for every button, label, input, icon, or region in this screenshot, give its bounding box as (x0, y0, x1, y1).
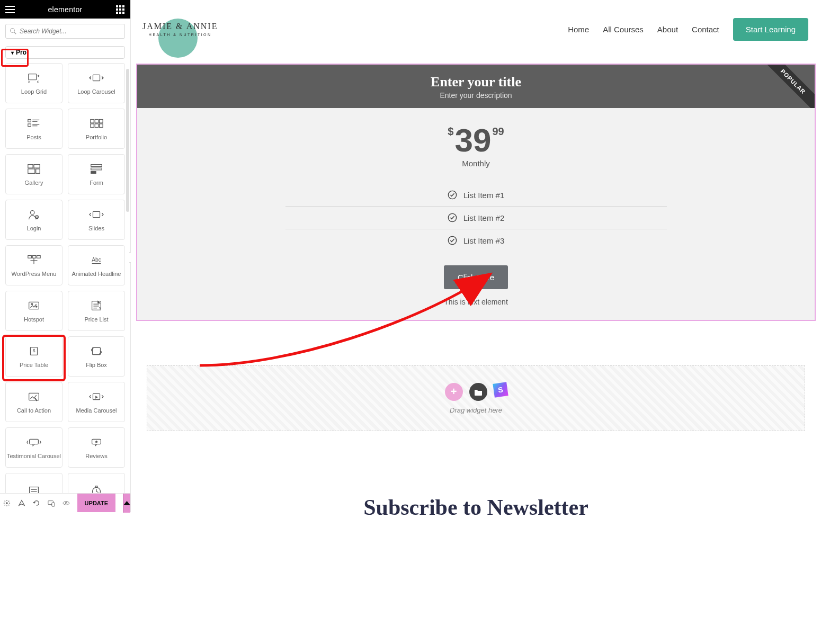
search-input[interactable] (20, 28, 120, 35)
svg-point-35 (30, 211, 34, 214)
history-icon[interactable] (33, 499, 40, 507)
svg-rect-29 (34, 165, 40, 168)
widget-extra-1[interactable] (5, 473, 63, 493)
svg-rect-61 (30, 487, 39, 493)
widget-gallery[interactable]: Gallery (5, 154, 63, 194)
sidebar-header: elementor (0, 0, 130, 19)
svg-point-48 (35, 306, 38, 308)
price-table-title: Enter your title (148, 74, 804, 90)
widget-wordpress-menu[interactable]: WordPress Menu (5, 245, 63, 285)
widget-list: Loop Grid Loop Carousel Posts Portfolio … (0, 63, 130, 493)
dropzone-hint: Drag widget here (450, 406, 502, 414)
drop-zone[interactable]: + S Drag widget here (147, 365, 805, 431)
widget-loop-grid[interactable]: Loop Grid (5, 63, 63, 103)
svg-rect-34 (91, 172, 96, 174)
svg-rect-37 (36, 217, 38, 219)
check-circle-icon (448, 213, 457, 222)
hamburger-icon[interactable] (5, 5, 15, 14)
svg-rect-23 (95, 120, 99, 123)
svg-rect-9 (116, 12, 118, 14)
widget-price-list[interactable]: $Price List (68, 291, 125, 331)
widget-reviews[interactable]: Reviews (68, 427, 125, 468)
price-row: $ 39 99 (148, 124, 804, 157)
svg-rect-4 (119, 5, 121, 7)
pro-category-header[interactable]: Pro (5, 46, 125, 59)
svg-rect-5 (122, 5, 124, 7)
update-options-caret[interactable] (123, 494, 130, 513)
search-wrap (0, 19, 130, 44)
svg-rect-46 (29, 302, 39, 309)
main-nav: Home All Courses About Contact Start Lea… (568, 18, 808, 41)
svg-rect-31 (36, 169, 40, 173)
widget-media-carousel[interactable]: Media Carousel (68, 382, 125, 422)
elementor-logo: elementor (48, 5, 83, 14)
sidebar-footer: UPDATE (0, 493, 130, 512)
svg-text:$: $ (33, 348, 35, 353)
svg-rect-16 (28, 120, 31, 122)
svg-rect-41 (37, 256, 41, 258)
svg-rect-7 (119, 8, 121, 11)
svg-rect-30 (28, 169, 35, 173)
site-logo[interactable]: JAMIE & ANNIE HEALTH & NUTRITION (139, 22, 218, 37)
price-table-body: $ 39 99 Monthly List Item #1 List Item #… (137, 108, 815, 320)
widget-call-to-action[interactable]: Call to Action (5, 382, 63, 422)
widget-loop-carousel[interactable]: Loop Carousel (68, 63, 125, 103)
add-section-button[interactable]: + (445, 383, 463, 401)
widget-portfolio[interactable]: Portfolio (68, 109, 125, 149)
svg-marker-59 (95, 396, 98, 399)
widget-extra-2[interactable] (68, 473, 125, 493)
search-box[interactable] (5, 24, 125, 39)
preview-icon[interactable] (63, 499, 70, 507)
svg-rect-3 (116, 5, 118, 7)
svg-rect-26 (95, 124, 99, 128)
price-cents: 99 (492, 126, 504, 137)
apps-grid-icon[interactable] (115, 5, 125, 14)
svg-rect-25 (91, 124, 94, 128)
start-learning-button[interactable]: Start Learning (733, 18, 808, 41)
svg-rect-33 (91, 168, 102, 170)
price-table-subtitle: Enter your description (148, 91, 804, 100)
svg-rect-28 (28, 165, 33, 168)
update-button[interactable]: UPDATE (77, 494, 115, 512)
template-library-button[interactable] (469, 383, 487, 401)
widget-login[interactable]: Login (5, 200, 63, 240)
svg-line-67 (96, 491, 99, 493)
dropzone-icons: + S (445, 383, 507, 401)
navigator-icon[interactable] (18, 499, 25, 507)
price-table-cta-button[interactable]: Click Here (444, 265, 508, 289)
svg-point-12 (11, 29, 15, 33)
widget-slides[interactable]: Slides (68, 200, 125, 240)
nav-all-courses[interactable]: All Courses (603, 25, 644, 34)
widget-form[interactable]: Form (68, 154, 125, 194)
settings-icon[interactable] (3, 499, 11, 507)
widget-animated-headline[interactable]: AbcAnimated Headline (68, 245, 125, 285)
sidebar-scrollbar[interactable] (126, 69, 129, 212)
svg-point-72 (65, 502, 67, 504)
widget-price-table[interactable]: $Price Table (5, 336, 63, 377)
svg-rect-10 (119, 12, 121, 14)
price-table-header: Enter your title Enter your description … (137, 65, 815, 108)
svg-rect-11 (122, 12, 124, 14)
widget-flip-box[interactable]: Flip Box (68, 336, 125, 377)
widget-testimonial-carousel[interactable]: Testimonial Carousel (5, 427, 63, 468)
feature-item: List Item #3 (285, 229, 667, 252)
svg-rect-32 (91, 165, 102, 167)
kit-button[interactable]: S (493, 382, 508, 397)
nav-home[interactable]: Home (568, 25, 589, 34)
nav-about[interactable]: About (657, 25, 678, 34)
price-table-section[interactable]: Enter your title Enter your description … (136, 64, 816, 321)
nav-contact[interactable]: Contact (692, 25, 719, 34)
svg-rect-56 (93, 347, 101, 354)
widget-posts[interactable]: Posts (5, 109, 63, 149)
feature-item: List Item #1 (285, 184, 667, 207)
svg-rect-2 (5, 12, 15, 13)
price-period: Monthly (148, 159, 804, 168)
svg-rect-39 (28, 256, 32, 258)
responsive-icon[interactable] (48, 499, 55, 507)
elementor-sidebar: elementor Pro Loop Grid Loop Carousel Po… (0, 0, 131, 512)
svg-rect-8 (122, 8, 124, 11)
site-header: JAMIE & ANNIE HEALTH & NUTRITION Home Al… (131, 0, 821, 58)
canvas: JAMIE & ANNIE HEALTH & NUTRITION Home Al… (131, 0, 821, 520)
price-amount: 39 (454, 124, 491, 157)
widget-hotspot[interactable]: Hotspot (5, 291, 63, 331)
